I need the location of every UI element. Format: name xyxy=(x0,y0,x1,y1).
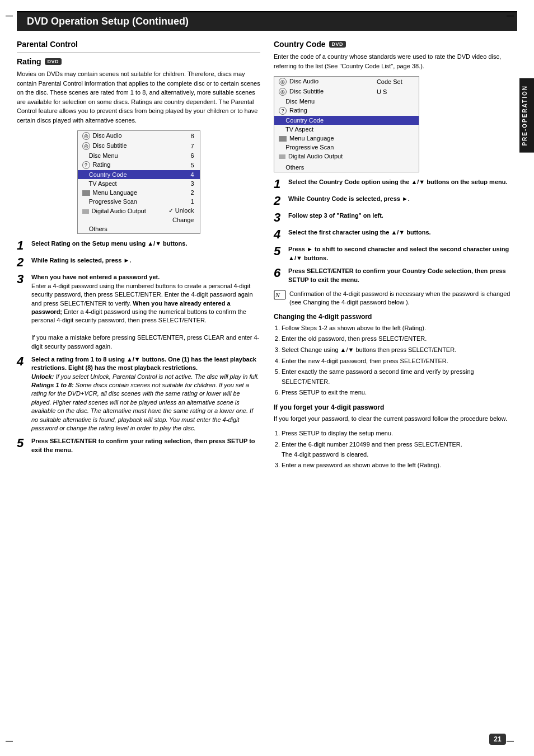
list-item: Enter the 6-digit number 210499 and then… xyxy=(282,440,517,459)
note-icon: N xyxy=(274,290,286,302)
step-num-2: 2 xyxy=(17,256,28,269)
cc-menu-row-rating: ? Rating xyxy=(274,106,372,116)
cc-step-num-2: 2 xyxy=(274,195,285,207)
table-row: Menu Language xyxy=(274,134,419,143)
menu-row-progressive-scan: Progressive Scan xyxy=(78,197,160,206)
cc-disc-audio-icon: ◎ xyxy=(279,78,287,86)
table-row: Menu Language 2 xyxy=(78,188,200,197)
corner-mark-tr: — xyxy=(507,11,514,20)
step-text-2: While Rating is selected, press ►. xyxy=(31,256,260,265)
table-row: TV Aspect xyxy=(274,125,419,134)
cc-step-text-1: Select the Country Code option using the… xyxy=(288,178,517,186)
table-row: ◎ Disc Audio 8 xyxy=(78,131,200,141)
step-num-3: 3 xyxy=(17,273,28,285)
cc-menu-row-menu-language: Menu Language xyxy=(274,134,372,143)
rating-heading: Rating DVD xyxy=(17,57,260,66)
menu-val-progressive-scan: 1 xyxy=(160,197,200,206)
table-row: Progressive Scan 1 xyxy=(78,197,200,206)
table-row: TV Aspect 3 xyxy=(78,179,200,188)
parental-control-title: Parental Control xyxy=(17,40,78,49)
cc-step-num-6: 6 xyxy=(274,267,285,279)
cc-step-num-4: 4 xyxy=(274,228,285,241)
cc-disc-subtitle-icon: ◎ xyxy=(279,88,287,96)
menu-val-disc-subtitle: 7 xyxy=(160,141,200,151)
cc-menu-col2-progressive-scan xyxy=(372,143,419,152)
table-row: ◎ Disc Audio Code Set xyxy=(274,77,419,87)
cc-menu-col2-disc-audio: Code Set xyxy=(372,77,419,87)
menu-val-change: Change xyxy=(160,215,200,224)
cc-menu-col2-digital-audio xyxy=(372,152,419,161)
forget-password-heading: If you forget your 4-digit password xyxy=(274,403,517,411)
cc-menu-row-disc-audio: ◎ Disc Audio xyxy=(274,77,372,87)
table-row: Disc Menu 6 xyxy=(78,151,200,160)
cc-menu-row-country-code: Country Code xyxy=(274,116,372,125)
changing-password-list: Follow Steps 1-2 as shown above to the l… xyxy=(274,323,517,398)
cc-rating-icon: ? xyxy=(279,107,287,115)
cc-step-num-5: 5 xyxy=(274,245,285,257)
menu-val-menu-language: 2 xyxy=(160,188,200,197)
cc-menu-col2-disc-subtitle: U S xyxy=(372,87,419,97)
table-row: ◎ Disc Subtitle 7 xyxy=(78,141,200,151)
list-item: Enter exactly the same password a second… xyxy=(282,367,517,387)
changing-password-heading: Changing the 4-digit password xyxy=(274,313,517,321)
note-block: N Confirmation of the 4-digit password i… xyxy=(274,290,517,307)
menu-val-disc-audio: 8 xyxy=(160,131,200,141)
table-row: Others xyxy=(274,163,419,172)
rating-step-2: 2 While Rating is selected, press ►. xyxy=(17,256,260,269)
forget-password-list: Press SETUP to display the setup menu. E… xyxy=(274,429,517,470)
cc-step-text-2: While Country Code is selected, press ►. xyxy=(288,195,517,203)
cc-menu-row-digital-audio: Digital Audio Output xyxy=(274,152,372,161)
corner-mark-bl: — xyxy=(6,736,13,745)
menu-val-disc-menu: 6 xyxy=(160,151,200,160)
rating-title: Rating xyxy=(17,57,41,66)
menu-row-digital-audio: Digital Audio Output xyxy=(78,206,160,215)
cc-step-num-1: 1 xyxy=(274,178,285,190)
step-text-4: Select a rating from 1 to 8 using ▲/▼ bu… xyxy=(31,355,260,433)
corner-mark-br: — xyxy=(507,736,514,745)
svg-text:N: N xyxy=(275,292,280,298)
table-row: Progressive Scan xyxy=(274,143,419,152)
table-row: Change xyxy=(78,215,200,224)
cc-menu-row-progressive-scan: Progressive Scan xyxy=(274,143,372,152)
list-item: Enter the new 4-digit password, then pre… xyxy=(282,356,517,367)
disc-audio-icon: ◎ xyxy=(82,132,90,140)
menu-row-others: Others xyxy=(78,224,200,233)
cc-step-num-3: 3 xyxy=(274,212,285,224)
table-row-highlighted: Country Code xyxy=(274,116,419,125)
cc-menu-row-others: Others xyxy=(274,163,419,172)
rating-step-3: 3 When you have not entered a password y… xyxy=(17,273,260,351)
forget-password-body: If you forget your password, to clear th… xyxy=(274,414,517,424)
menu-val-rating: 5 xyxy=(160,160,200,170)
menu-row-tv-aspect: TV Aspect xyxy=(78,179,160,188)
country-code-body: Enter the code of a country whose standa… xyxy=(274,52,517,71)
cc-menu-row-tv-aspect: TV Aspect xyxy=(274,125,372,134)
parental-control-heading: Parental Control xyxy=(17,40,260,49)
cc-step-6: 6 Press SELECT/ENTER to confirm your Cou… xyxy=(274,267,517,284)
rating-menu-table: ◎ Disc Audio 8 ◎ Disc Subtitle 7 Disc Me… xyxy=(77,130,200,234)
rating-icon: ? xyxy=(82,161,90,169)
step-num-4: 4 xyxy=(17,355,28,368)
list-item: Select Change using ▲/▼ buttons then pre… xyxy=(282,345,517,355)
list-item: Enter the old password, then press SELEC… xyxy=(282,334,517,344)
right-column: Country Code DVD Enter the code of a cou… xyxy=(274,40,517,472)
cc-step-3: 3 Follow step 3 of "Rating" on left. xyxy=(274,212,517,224)
menu-row-country-code: Country Code xyxy=(78,170,160,179)
country-code-title: Country Code xyxy=(274,40,326,49)
country-code-heading: Country Code DVD xyxy=(274,40,517,49)
disc-subtitle-icon: ◎ xyxy=(82,142,90,150)
country-code-menu-table: ◎ Disc Audio Code Set ◎ Disc Subtitle U … xyxy=(274,76,419,172)
corner-mark-tl: — xyxy=(6,11,13,20)
left-column: Parental Control Rating DVD Movies on DV… xyxy=(17,40,260,472)
menu-row-rating: ? Rating xyxy=(78,160,160,170)
menu-val-tv-aspect: 3 xyxy=(160,179,200,188)
cc-menu-language-icon xyxy=(279,136,287,142)
menu-val-country-code: 4 xyxy=(160,170,200,179)
cc-digital-audio-icon xyxy=(279,154,285,159)
rating-body-text: Movies on DVDs may contain scenes not su… xyxy=(17,69,260,125)
menu-row-disc-subtitle: ◎ Disc Subtitle xyxy=(78,141,160,151)
menu-language-icon xyxy=(82,190,90,196)
menu-val-digital-audio: ✓ Unlock xyxy=(160,206,200,215)
table-row-highlighted: Country Code 4 xyxy=(78,170,200,179)
cc-menu-row-disc-menu: Disc Menu xyxy=(274,97,372,106)
list-item: Enter a new password as shown above to t… xyxy=(282,461,517,471)
